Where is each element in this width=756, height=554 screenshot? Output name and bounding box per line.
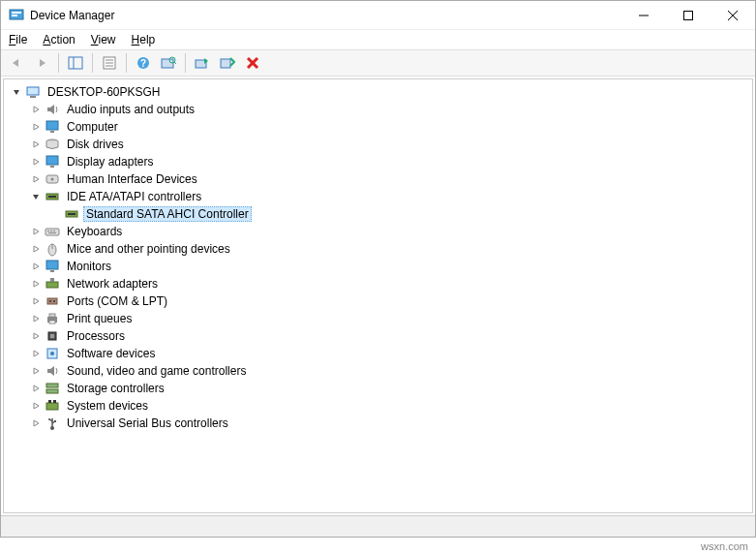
svg-point-47 (49, 300, 51, 302)
svg-rect-28 (50, 166, 54, 168)
svg-rect-44 (46, 282, 58, 288)
tree-category-label: IDE ATA/ATAPI controllers (64, 190, 204, 203)
svg-line-17 (174, 62, 176, 64)
tree-category-node[interactable]: Mice and other pointing devices (4, 240, 752, 258)
keyboard-icon (45, 224, 60, 239)
svg-point-48 (53, 300, 55, 302)
tree-category-node[interactable]: Disk drives (4, 136, 752, 153)
tree-category-node[interactable]: Print queues (4, 310, 752, 327)
speaker-icon (45, 102, 60, 117)
system-icon (45, 398, 60, 414)
chevron-right-icon[interactable] (29, 242, 43, 256)
tree-category-node[interactable]: Keyboards (4, 223, 752, 240)
svg-rect-58 (46, 403, 58, 410)
svg-rect-27 (46, 156, 58, 165)
device-manager-window: Device Manager File Action View Help ? D… (0, 0, 756, 538)
storage-icon (45, 381, 60, 396)
svg-rect-35 (45, 229, 59, 235)
chevron-right-icon[interactable] (29, 155, 43, 169)
show-hide-tree-button[interactable] (64, 51, 87, 75)
svg-rect-1 (12, 12, 21, 14)
tree-category-node[interactable]: Software devices (4, 345, 752, 362)
cpu-icon (45, 328, 60, 344)
disk-icon (45, 137, 60, 152)
svg-rect-46 (47, 298, 57, 304)
menu-view[interactable]: View (89, 33, 118, 46)
back-button[interactable] (5, 51, 28, 75)
tree-root-label: DESKTOP-60PKSGH (45, 85, 163, 99)
chevron-right-icon[interactable] (29, 347, 43, 360)
device-tree-pane[interactable]: DESKTOP-60PKSGHAudio inputs and outputsC… (3, 78, 753, 513)
speaker-icon (45, 363, 60, 379)
tree-category-node[interactable]: Universal Serial Bus controllers (4, 415, 752, 432)
tree-category-label: Ports (COM & LPT) (64, 294, 170, 308)
chevron-right-icon[interactable] (29, 329, 43, 343)
tree-category-label: Mice and other pointing devices (64, 242, 233, 256)
svg-rect-32 (48, 196, 56, 198)
chevron-right-icon[interactable] (29, 120, 43, 134)
svg-rect-43 (50, 270, 54, 272)
menu-action[interactable]: Action (41, 33, 76, 46)
tree-category-node[interactable]: Sound, video and game controllers (4, 362, 752, 380)
chevron-right-icon[interactable] (29, 260, 43, 273)
chevron-down-icon[interactable] (29, 190, 43, 203)
chevron-right-icon[interactable] (29, 364, 43, 378)
tree-device-node[interactable]: Standard SATA AHCI Controller (4, 205, 752, 223)
tree-category-node[interactable]: Network adapters (4, 275, 752, 292)
menu-help[interactable]: Help (130, 33, 158, 46)
tree-device-label: Standard SATA AHCI Controller (83, 206, 252, 222)
network-icon (45, 276, 60, 292)
svg-point-30 (51, 178, 54, 181)
chevron-right-icon[interactable] (29, 294, 43, 308)
tree-category-node[interactable]: Ports (COM & LPT) (4, 292, 752, 310)
chevron-right-icon[interactable] (29, 138, 43, 151)
software-icon (45, 346, 60, 361)
close-button[interactable] (711, 1, 755, 30)
svg-rect-34 (68, 213, 76, 215)
chevron-right-icon[interactable] (29, 172, 43, 186)
chevron-right-icon[interactable] (29, 312, 43, 325)
properties-button[interactable] (98, 51, 121, 75)
titlebar[interactable]: Device Manager (1, 1, 755, 30)
tree-category-node[interactable]: System devices (4, 397, 752, 415)
minimize-button[interactable] (621, 1, 666, 30)
tree-category-node[interactable]: Human Interface Devices (4, 170, 752, 188)
svg-rect-50 (49, 314, 55, 317)
chevron-right-icon[interactable] (29, 225, 43, 238)
uninstall-device-button[interactable] (241, 51, 264, 75)
help-button[interactable]: ? (132, 51, 155, 75)
tree-category-label: Keyboards (64, 225, 125, 238)
tree-category-node[interactable]: Storage controllers (4, 380, 752, 397)
port-icon (45, 293, 60, 309)
tree-category-node[interactable]: Display adapters (4, 153, 752, 170)
monitor-icon (45, 154, 60, 169)
forward-button[interactable] (30, 51, 53, 75)
chevron-right-icon[interactable] (29, 382, 43, 395)
tree-category-label: Disk drives (64, 138, 127, 151)
chevron-right-icon[interactable] (29, 399, 43, 413)
chevron-right-icon[interactable] (29, 416, 43, 430)
maximize-button[interactable] (666, 1, 711, 30)
tree-category-label: Human Interface Devices (64, 172, 200, 186)
chevron-right-icon[interactable] (29, 103, 43, 116)
menu-file[interactable]: File (7, 33, 29, 46)
scan-hardware-button[interactable] (157, 51, 180, 75)
enable-device-button[interactable] (216, 51, 239, 75)
ide-icon (64, 206, 79, 222)
tree-category-label: Display adapters (64, 155, 156, 169)
tree-category-node[interactable]: Processors (4, 327, 752, 345)
chevron-down-icon[interactable] (10, 85, 23, 99)
tree-root-node[interactable]: DESKTOP-60PKSGH (4, 83, 752, 101)
tree-category-node[interactable]: Computer (4, 118, 752, 136)
window-title: Device Manager (30, 9, 114, 22)
tree-category-node[interactable]: Audio inputs and outputs (4, 101, 752, 118)
tree-category-node[interactable]: IDE ATA/ATAPI controllers (4, 188, 752, 205)
update-driver-button[interactable] (191, 51, 214, 75)
svg-rect-22 (27, 87, 39, 95)
tree-category-label: Storage controllers (64, 382, 167, 395)
tree-category-label: Universal Serial Bus controllers (64, 416, 231, 430)
chevron-right-icon[interactable] (29, 277, 43, 291)
svg-rect-37 (50, 231, 52, 231)
printer-icon (45, 311, 60, 326)
tree-category-node[interactable]: Monitors (4, 258, 752, 275)
